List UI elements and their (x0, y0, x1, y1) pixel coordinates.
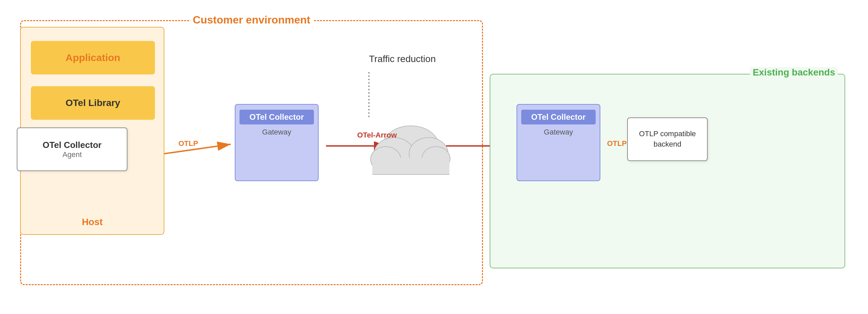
gateway-left-header: OTel Collector (240, 110, 314, 124)
otlp-right-label: OTLP (607, 139, 627, 148)
otlp-left-label: OTLP (179, 139, 198, 148)
gateway-right-box: OTel Collector Gateway (517, 104, 600, 181)
backend-label: OTLP compatiblebackend (639, 129, 696, 150)
otel-library-box: OTel Library (31, 86, 155, 120)
diagram: Customer environment Host Application OT… (0, 0, 868, 314)
agent-label-sub: Agent (62, 150, 82, 159)
gateway-right-header: OTel Collector (521, 110, 595, 124)
backend-box: OTLP compatiblebackend (627, 118, 708, 161)
otel-arrow-label: OTel-Arrow (357, 131, 397, 139)
agent-label-main: OTel Collector (42, 140, 102, 150)
gateway-left-box: OTel Collector Gateway (235, 104, 319, 181)
application-label: Application (65, 52, 120, 63)
gateway-right-sub: Gateway (544, 128, 573, 136)
gateway-left-sub: Gateway (262, 128, 291, 136)
application-box: Application (31, 41, 155, 74)
traffic-reduction-label: Traffic reduction (369, 54, 436, 64)
customer-env-label: Customer environment (189, 14, 314, 26)
agent-box: OTel Collector Agent (17, 127, 127, 171)
host-label: Host (82, 217, 103, 227)
existing-backends-label: Existing backends (750, 67, 838, 78)
otel-library-label: OTel Library (66, 98, 120, 108)
